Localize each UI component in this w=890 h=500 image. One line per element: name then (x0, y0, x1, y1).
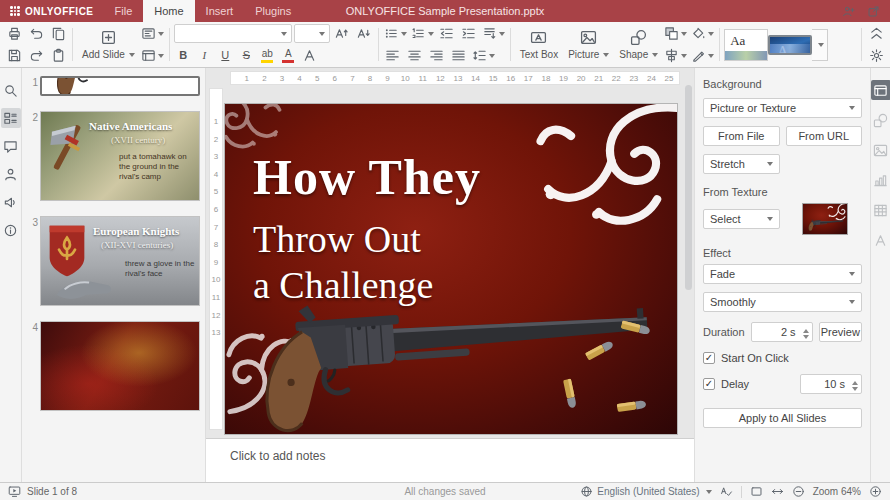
start-slideshow-button[interactable] (8, 485, 21, 498)
paste-button[interactable] (48, 46, 68, 65)
save-button[interactable] (4, 46, 24, 65)
copy-button[interactable] (48, 24, 68, 43)
notes-area[interactable]: Click to add notes (206, 438, 694, 482)
slide-editor-canvas[interactable]: 1234567891011121314151617181920212223242… (206, 68, 694, 438)
slide-thumbnail-2[interactable]: 2 Native Americans (XVII century) put a … (24, 111, 201, 201)
slide-thumbnail-1[interactable]: 1 How They Throw Out a Challenge (24, 76, 201, 96)
effect-select[interactable]: Fade (703, 264, 862, 284)
duration-input[interactable]: 2 s (751, 322, 813, 342)
slide-thumbnail-image[interactable]: Native Americans (XVII century) put a to… (40, 111, 200, 201)
manage-access-icon[interactable] (842, 5, 855, 18)
fill-style-select[interactable]: Stretch (703, 154, 780, 174)
comments-icon[interactable] (1, 136, 21, 156)
image-settings-icon[interactable] (871, 140, 890, 160)
line-spacing-button[interactable] (471, 46, 496, 65)
scrollbar-thumb[interactable] (685, 85, 692, 290)
slides-panel-icon[interactable] (1, 108, 21, 128)
chat-icon[interactable] (1, 164, 21, 184)
align-shape-button[interactable] (663, 46, 688, 65)
align-right-button[interactable] (427, 46, 447, 65)
font-color-button[interactable]: A (279, 46, 298, 65)
about-icon[interactable] (1, 220, 21, 240)
print-button[interactable] (4, 24, 24, 43)
background-texture-preview[interactable] (802, 203, 848, 235)
apply-to-all-slides-button[interactable]: Apply to All Slides (703, 408, 862, 428)
font-size-combo[interactable] (294, 24, 330, 43)
shape-outline-button[interactable] (690, 46, 715, 65)
fit-to-slide-button[interactable] (750, 485, 763, 498)
tab-insert[interactable]: Insert (195, 0, 245, 22)
feedback-icon[interactable] (1, 192, 21, 212)
insert-picture-button[interactable]: Picture (563, 27, 614, 62)
theme-gallery-expand-button[interactable] (812, 29, 828, 61)
spell-check-button[interactable] (720, 485, 733, 498)
document-language-button[interactable]: English (United States) (580, 485, 711, 498)
chart-settings-icon[interactable] (871, 170, 890, 190)
slide-settings-icon[interactable] (871, 80, 890, 100)
shape-fill-button[interactable] (690, 24, 715, 43)
align-justify-button[interactable] (449, 46, 469, 65)
tab-file[interactable]: File (104, 0, 144, 22)
vertical-ruler[interactable]: 12345678910111213 (209, 88, 223, 430)
from-url-button[interactable]: From URL (786, 126, 863, 146)
slide-thumbnail-4[interactable]: 4 (24, 321, 201, 411)
tab-plugins[interactable]: Plugins (244, 0, 302, 22)
slide-thumbnail-3[interactable]: 3 European Knights (XII-XVI centuries) t… (24, 216, 201, 306)
fit-to-width-button[interactable] (771, 485, 784, 498)
slide-count-label: Slide 1 of 8 (27, 486, 77, 497)
italic-button[interactable]: I (195, 46, 214, 65)
texture-select[interactable]: Select (703, 209, 780, 229)
collapse-toolbar-button[interactable] (866, 24, 886, 43)
shape-settings-icon[interactable] (871, 110, 890, 130)
preview-button[interactable]: Preview (819, 322, 862, 342)
textart-settings-icon[interactable] (871, 230, 890, 250)
open-file-location-icon[interactable] (867, 5, 880, 18)
view-settings-button[interactable] (866, 46, 886, 65)
from-file-button[interactable]: From File (703, 126, 780, 146)
zoom-out-button[interactable] (792, 485, 805, 498)
change-theme-button[interactable] (140, 46, 165, 65)
decrease-font-size-button[interactable] (354, 24, 374, 43)
add-slide-button[interactable]: Add Slide (77, 27, 140, 62)
table-settings-icon[interactable] (871, 200, 890, 220)
theme-preview-selected[interactable]: A (768, 35, 812, 55)
increase-font-size-button[interactable] (332, 24, 352, 43)
delay-input[interactable]: 10 s (800, 374, 862, 394)
vertical-align-button[interactable] (481, 24, 506, 43)
effect-variant-select[interactable]: Smoothly (703, 292, 862, 312)
decrease-indent-button[interactable] (437, 24, 457, 43)
slide-thumbnail-image[interactable]: How They Throw Out a Challenge (40, 76, 200, 96)
background-fill-select[interactable]: Picture or Texture (703, 98, 862, 118)
tab-home[interactable]: Home (143, 0, 194, 22)
redo-button[interactable] (26, 46, 46, 65)
horizontal-ruler[interactable]: 1234567891011121314151617181920212223242… (230, 71, 680, 85)
zoom-in-button[interactable] (869, 485, 882, 498)
align-center-button[interactable] (405, 46, 425, 65)
delay-checkbox[interactable]: ✓ (703, 378, 715, 390)
arrange-shape-button[interactable] (663, 24, 688, 43)
current-slide[interactable]: How They Throw Out a Challenge (225, 104, 677, 434)
search-icon[interactable] (1, 80, 21, 100)
insert-shape-button[interactable]: Shape (614, 27, 663, 62)
increase-indent-button[interactable] (459, 24, 479, 43)
font-name-combo[interactable] (174, 24, 292, 43)
bullets-button[interactable] (383, 24, 408, 43)
insert-textbox-button[interactable]: Text Box (515, 27, 563, 62)
canvas-vertical-scrollbar[interactable] (685, 71, 692, 435)
undo-button[interactable] (26, 24, 46, 43)
ruler-number: 24 (643, 74, 661, 83)
underline-button[interactable]: U (216, 46, 235, 65)
change-layout-button[interactable] (140, 24, 165, 43)
slide-thumbnail-image[interactable] (40, 321, 200, 411)
spinner-arrows-icon[interactable] (803, 326, 809, 342)
start-on-click-checkbox[interactable]: ✓ (703, 352, 715, 364)
highlight-color-button[interactable]: ab (258, 46, 277, 65)
align-left-button[interactable] (383, 46, 403, 65)
numbering-button[interactable] (410, 24, 435, 43)
slide-thumbnail-image[interactable]: European Knights (XII-XVI centuries) thr… (40, 216, 200, 306)
clear-style-button[interactable] (300, 46, 320, 65)
strikethrough-button[interactable]: S (237, 46, 256, 65)
spinner-arrows-icon[interactable] (852, 378, 858, 394)
theme-preview-default[interactable]: Aa (724, 29, 768, 61)
bold-button[interactable]: B (174, 46, 193, 65)
